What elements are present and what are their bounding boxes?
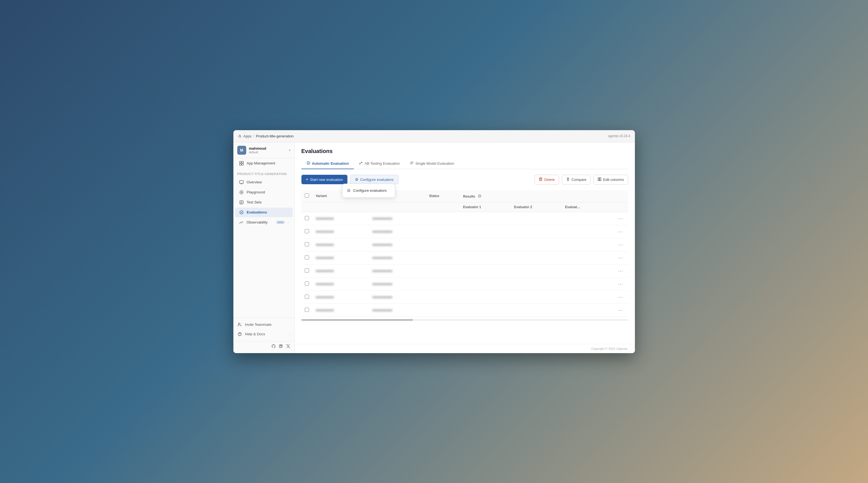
more-cell: ⋯ (613, 212, 628, 225)
sidebar-bottom: Invite Teammate Help & Docs › (234, 317, 294, 341)
delete-button[interactable]: Delete (534, 175, 559, 185)
row-more-button[interactable]: ⋯ (616, 241, 625, 248)
sidebar-item-playground[interactable]: Playground (235, 188, 293, 197)
main-layout: M mahmoud default ▾ App Management (234, 142, 635, 353)
more-cell: ⋯ (613, 238, 628, 251)
edit-columns-button[interactable]: Edit columns (593, 175, 628, 185)
results-settings-button[interactable]: ⚙ (476, 193, 483, 199)
sidebar-item-label: Evaluations (247, 210, 289, 214)
row-checkbox[interactable] (305, 295, 309, 299)
compare-button[interactable]: Compare (562, 175, 591, 185)
linkedin-icon[interactable] (278, 344, 283, 349)
observability-icon (239, 220, 244, 225)
row-checkbox-cell (302, 277, 313, 290)
settings-icon: ⚙ (355, 177, 359, 182)
row-more-button[interactable]: ⋯ (616, 254, 625, 261)
row-more-button[interactable]: ⋯ (616, 267, 625, 275)
help-icon (237, 332, 242, 337)
user-info: mahmoud default (249, 146, 286, 154)
ab-tab-icon (359, 161, 363, 166)
configure-evaluators-popover: ⚙ Configure evaluators (342, 184, 395, 198)
twitter-icon[interactable] (285, 344, 290, 349)
evaluator2-cell (511, 277, 562, 290)
evaluator3-cell (562, 290, 613, 303)
evaluator2-cell (511, 264, 562, 277)
variant-cell: xxxxxxxxxx (312, 225, 369, 238)
variant-cell: xxxxxxxxxx (312, 251, 369, 264)
table-row: xxxxxxxxxx xxxxxxxxxxx ⋯ (302, 238, 628, 251)
table-subheader-row: Evaluator 1 Evaluator 2 Evaluat... (302, 202, 628, 212)
testset-cell: xxxxxxxxxxx (369, 303, 426, 317)
row-checkbox[interactable] (305, 308, 309, 312)
evaluator2-cell (511, 212, 562, 225)
svg-rect-33 (600, 178, 601, 181)
sidebar-item-invite[interactable]: Invite Teammate (234, 320, 294, 329)
breadcrumb-icon (238, 134, 242, 138)
delete-label: Delete (544, 178, 555, 182)
sidebar-user[interactable]: M mahmoud default ▾ (234, 142, 294, 158)
app-window: Apps / Product-title-generation agenta v… (234, 130, 635, 353)
sidebar-item-help[interactable]: Help & Docs › (234, 329, 294, 339)
playground-icon (239, 190, 244, 195)
evaluator3-cell (562, 277, 613, 290)
evaluator1-cell (460, 238, 511, 251)
testset-cell: xxxxxxxxxxx (369, 251, 426, 264)
row-checkbox[interactable] (305, 282, 309, 286)
columns-icon (597, 177, 601, 182)
row-checkbox-cell (302, 212, 313, 225)
svg-rect-28 (539, 178, 542, 181)
popover-configure-evaluators[interactable]: ⚙ Configure evaluators (342, 186, 395, 196)
more-cell: ⋯ (613, 251, 628, 264)
sidebar-item-evaluations[interactable]: Evaluations (235, 207, 293, 217)
row-more-button[interactable]: ⋯ (616, 215, 625, 222)
automatic-tab-icon (306, 161, 310, 166)
table-row: xxxxxxxxxx xxxxxxxxxxx ⋯ (302, 225, 628, 238)
tab-ab-testing[interactable]: AB Testing Evaluation (354, 158, 405, 169)
variant-cell: xxxxxxxxxx (312, 277, 369, 290)
row-checkbox[interactable] (305, 268, 309, 272)
row-checkbox-cell (302, 251, 313, 264)
status-column-header: Status (426, 190, 460, 202)
sidebar-item-label: Help & Docs (245, 332, 287, 336)
sidebar-item-observability[interactable]: Observability beta › (235, 218, 293, 227)
configure-evaluators-button[interactable]: ⚙ Configure evaluators (350, 175, 398, 184)
svg-rect-32 (598, 178, 599, 181)
row-more-button[interactable]: ⋯ (616, 228, 625, 235)
select-all-checkbox[interactable] (305, 193, 309, 198)
tab-automatic-label: Automatic Evaluation (312, 161, 349, 166)
tab-single-model[interactable]: Single Model Evaluation (405, 158, 459, 169)
horizontal-scrollbar[interactable] (302, 319, 628, 321)
content-header: Evaluations Automatic Evaluation (295, 142, 635, 169)
evaluator1-cell (460, 303, 511, 317)
sidebar-item-overview[interactable]: Overview (235, 178, 293, 187)
user-name: mahmoud (249, 146, 286, 151)
tab-ab-label: AB Testing Evaluation (365, 161, 400, 166)
scrollbar-thumb[interactable] (302, 319, 413, 321)
github-icon[interactable] (271, 344, 276, 349)
start-evaluation-button[interactable]: + Start new evaluation (302, 175, 347, 184)
row-checkbox[interactable] (305, 229, 309, 233)
evaluator3-cell (562, 212, 613, 225)
evaluator1-cell (460, 225, 511, 238)
row-checkbox[interactable] (305, 242, 309, 246)
invite-icon (237, 322, 242, 327)
status-cell (426, 251, 460, 264)
breadcrumb-apps[interactable]: Apps (243, 134, 252, 138)
status-cell (426, 225, 460, 238)
row-checkbox[interactable] (305, 216, 309, 220)
footer: Copyright © 2024 | Agenta. (295, 344, 635, 353)
chevron-right-icon: › (289, 332, 290, 336)
row-more-button[interactable]: ⋯ (616, 307, 625, 314)
row-checkbox[interactable] (305, 255, 309, 259)
sidebar-item-testsets[interactable]: Test Sets (235, 198, 293, 207)
sidebar: M mahmoud default ▾ App Management (234, 142, 295, 353)
testset-cell: xxxxxxxxxxx (369, 277, 426, 290)
sidebar-item-app-management[interactable]: App Management (235, 159, 293, 168)
svg-rect-4 (242, 164, 243, 165)
svg-rect-5 (240, 181, 243, 183)
app-management-icon (239, 161, 244, 166)
status-cell (426, 303, 460, 317)
row-more-button[interactable]: ⋯ (616, 280, 625, 288)
tab-automatic-evaluation[interactable]: Automatic Evaluation (302, 158, 354, 169)
row-more-button[interactable]: ⋯ (616, 293, 625, 301)
